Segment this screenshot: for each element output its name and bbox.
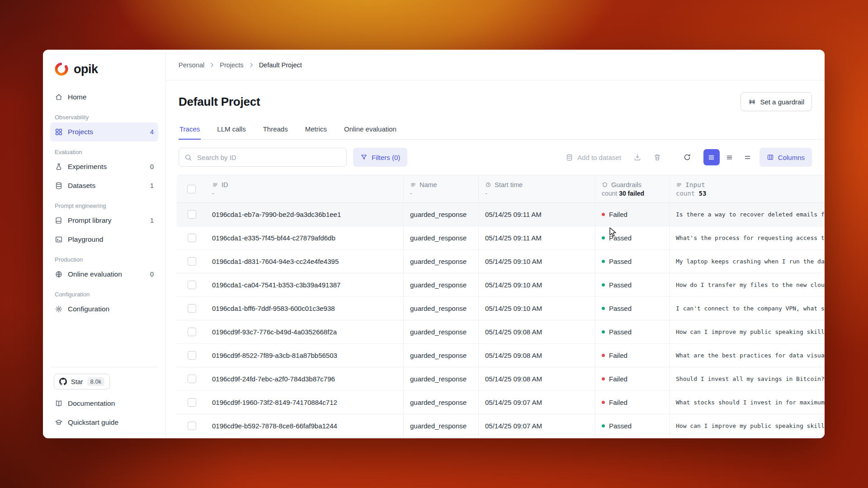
compact-rows-icon [708, 154, 715, 161]
trace-id-link[interactable]: 0196cda1-bff6-7ddf-9583-600c01c3e938 [212, 305, 335, 312]
sidebar-item-datasets[interactable]: Datasets 1 [50, 176, 158, 195]
sidebar-item-label: Projects [68, 128, 93, 136]
columns-button[interactable]: Columns [760, 148, 812, 167]
column-header-name[interactable]: Name - [404, 175, 479, 202]
desktop-background: opik Home Observability Projects 4 [0, 0, 868, 488]
sidebar-item-configuration[interactable]: Configuration [50, 300, 158, 319]
star-count: 8.0k [87, 377, 105, 386]
row-checkbox[interactable] [188, 375, 196, 383]
github-star-button[interactable]: Star 8.0k [54, 374, 110, 389]
breadcrumb-personal[interactable]: Personal [179, 61, 204, 69]
trace-id-link[interactable]: 0196cda1-e335-7f45-bf44-c27879afd6db [212, 234, 335, 242]
table-row[interactable]: 0196cda1-bff6-7ddf-9583-600c01c3e938 gua… [177, 297, 825, 320]
column-header-id[interactable]: ID - [206, 175, 404, 202]
sidebar-item-playground[interactable]: Playground [50, 230, 158, 249]
row-height-large-button[interactable] [740, 149, 756, 165]
row-checkbox[interactable] [188, 351, 196, 360]
guardrail-status: Passed [595, 226, 670, 249]
table-row[interactable]: 0196cda1-eb7a-7990-be2d-9a3dc36b1ee1 gua… [177, 203, 825, 226]
table-row[interactable]: 0196cda1-ca04-7541-b353-c3b39a491387 gua… [177, 273, 825, 297]
table-row[interactable]: 0196cd9f-8522-7f89-a3cb-81a87bb56503 gua… [177, 344, 825, 367]
sidebar-item-home[interactable]: Home [50, 88, 158, 107]
row-checkbox[interactable] [188, 398, 196, 407]
row-checkbox[interactable] [188, 281, 196, 289]
status-dot [602, 260, 605, 263]
column-header-input[interactable]: Input count 53 [670, 175, 825, 202]
quickstart-icon [55, 418, 63, 427]
trace-id-link[interactable]: 0196cd9f-93c7-776c-b49d-4a0352668f2a [212, 328, 337, 336]
shield-icon [602, 182, 608, 188]
sidebar-nav: Home Observability Projects 4 Evaluation… [50, 88, 158, 367]
tab-threads[interactable]: Threads [262, 120, 289, 140]
column-header-guardrails[interactable]: Guardrails count 30 failed [595, 175, 670, 202]
tab-traces[interactable]: Traces [179, 120, 201, 140]
row-height-medium-button[interactable] [722, 149, 738, 165]
table-body: 0196cda1-eb7a-7990-be2d-9a3dc36b1ee1 gua… [177, 203, 825, 438]
sidebar-item-experiments[interactable]: Experiments 0 [50, 157, 158, 176]
tab-online-evaluation[interactable]: Online evaluation [343, 120, 397, 140]
configuration-icon [55, 305, 63, 313]
trace-id-link[interactable]: 0196cda1-d831-7604-94e3-cc24e4fe4395 [212, 258, 339, 265]
table-row[interactable]: 0196cda1-d831-7604-94e3-cc24e4fe4395 gua… [177, 250, 825, 273]
trace-name: guarded_response [404, 367, 479, 390]
column-header-start-time[interactable]: Start time - [479, 175, 595, 202]
filters-button[interactable]: Filters (0) [353, 148, 407, 167]
export-button[interactable] [629, 149, 646, 165]
dataset-icon [566, 154, 573, 161]
table-row[interactable]: 0196cd9f-93c7-776c-b49d-4a0352668f2a gua… [177, 320, 825, 344]
delete-button[interactable] [649, 149, 665, 165]
tab-metrics[interactable]: Metrics [304, 120, 328, 140]
row-checkbox[interactable] [188, 422, 196, 430]
trace-id-link[interactable]: 0196cd9f-24fd-7ebc-a2f0-784d3b87c796 [212, 375, 335, 383]
trace-id-link[interactable]: 0196cd9e-b592-7878-8ce8-66faf9ba1244 [212, 422, 337, 430]
trace-id-link[interactable]: 0196cda1-ca04-7541-b353-c3b39a491387 [212, 281, 340, 289]
table-row[interactable]: 0196cd9f-24fd-7ebc-a2f0-784d3b87c796 gua… [177, 367, 825, 391]
trace-name: guarded_response [404, 297, 479, 320]
status-label: Passed [609, 281, 632, 289]
table-row[interactable]: 0196cda1-e335-7f45-bf44-c27879afd6db gua… [177, 226, 825, 250]
row-height-small-button[interactable] [703, 149, 720, 165]
add-to-dataset-button[interactable]: Add to dataset [561, 148, 626, 167]
trace-id-link[interactable]: 0196cd9f-8522-7f89-a3cb-81a87bb56503 [212, 352, 337, 359]
status-dot [602, 283, 605, 286]
table-row[interactable]: 0196cd9e-b592-7878-8ce8-66faf9ba1244 gua… [177, 414, 825, 438]
row-checkbox[interactable] [188, 304, 196, 313]
row-checkbox[interactable] [188, 210, 196, 219]
status-dot [602, 236, 605, 239]
trace-input: I can't connect to the company VPN, what… [670, 297, 825, 320]
sidebar-item-online-evaluation[interactable]: Online evaluation 0 [50, 265, 158, 284]
text-column-icon [410, 182, 416, 188]
select-all-checkbox[interactable] [187, 185, 196, 193]
row-checkbox[interactable] [188, 328, 196, 336]
table-row[interactable]: 0196cd9f-1960-73f2-8149-74170884c712 gua… [177, 391, 825, 414]
logo[interactable]: opik [50, 61, 158, 77]
tab-llm-calls[interactable]: LLM calls [216, 120, 246, 140]
trace-input: What are the best practices for data vis… [670, 344, 825, 367]
default-rows-icon [726, 154, 733, 161]
section-production: Production [50, 256, 158, 263]
section-evaluation: Evaluation [50, 149, 158, 155]
row-checkbox[interactable] [188, 234, 196, 242]
breadcrumb-projects[interactable]: Projects [220, 61, 243, 69]
sidebar-item-documentation[interactable]: Documentation [50, 394, 158, 413]
clock-icon [485, 182, 491, 188]
search-input[interactable] [196, 153, 341, 162]
trace-id-link[interactable]: 0196cd9f-1960-73f2-8149-74170884c712 [212, 399, 337, 406]
set-guardrail-button[interactable]: Set a guardrail [741, 92, 812, 111]
status-label: Failed [609, 399, 627, 406]
refresh-button[interactable] [679, 149, 695, 165]
trace-start-time: 05/14/25 09:11 AM [479, 203, 595, 226]
row-checkbox[interactable] [188, 257, 196, 266]
sidebar-item-quickstart[interactable]: Quickstart guide [50, 413, 158, 432]
sidebar-item-prompt-library[interactable]: Prompt library 1 [50, 211, 158, 230]
sidebar-item-label: Datasets [68, 182, 95, 190]
status-label: Failed [609, 211, 627, 218]
row-height-toggle [703, 149, 756, 165]
sidebar-item-projects[interactable]: Projects 4 [50, 122, 158, 141]
trace-id-link[interactable]: 0196cda1-eb7a-7990-be2d-9a3dc36b1ee1 [212, 211, 341, 218]
traces-table: ID - Name - [177, 175, 825, 438]
trace-input: How can I improve my public speaking ski… [670, 414, 825, 437]
trace-start-time: 05/14/25 09:08 AM [479, 367, 595, 390]
status-label: Passed [609, 258, 632, 265]
section-prompt-engineering: Prompt engineering [50, 202, 158, 209]
